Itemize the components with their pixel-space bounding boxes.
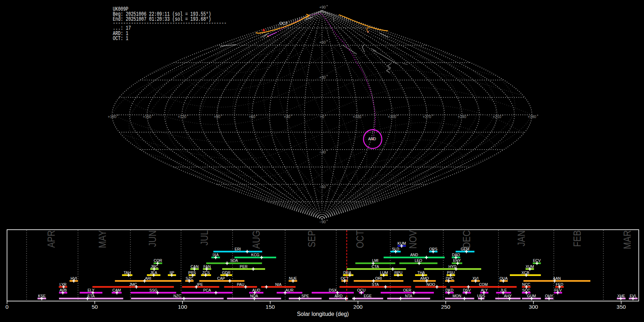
svg-text:CAP: CAP — [217, 276, 225, 280]
svg-text:SSG: SSG — [150, 288, 157, 292]
svg-text:JUL: JUL — [198, 230, 210, 245]
svg-text:ARD: ARD — [335, 294, 343, 298]
svg-text:EHY: EHY — [453, 258, 461, 263]
svg-text:XVI: XVI — [472, 276, 478, 280]
svg-text:+60: +60 — [319, 40, 326, 44]
svg-text:OCU: OCU — [357, 288, 366, 292]
svg-text:XHE: XHE — [617, 294, 625, 298]
svg-text:HYD: HYD — [448, 264, 457, 269]
svg-text:JUN: JUN — [146, 230, 158, 247]
svg-text:CAM: CAM — [112, 288, 121, 292]
svg-text:KCG: KCG — [251, 253, 259, 257]
svg-text:MAY: MAY — [96, 230, 108, 248]
svg-text:KSE: KSE — [38, 294, 45, 298]
svg-text:+60: +60 — [249, 114, 255, 119]
svg-text:NIA: NIA — [275, 282, 282, 287]
svg-text:OCT: OCT — [279, 21, 288, 25]
svg-text:DPC: DPC — [446, 276, 454, 280]
svg-text:SPE: SPE — [301, 294, 309, 298]
svg-text:+300: +300 — [388, 114, 396, 119]
svg-text:200: 200 — [353, 304, 363, 310]
svg-text:FED: FED — [556, 282, 564, 287]
svg-text:NCC: NCC — [522, 282, 530, 287]
svg-text:LEO: LEO — [415, 258, 422, 263]
svg-text:NTA: NTA — [405, 294, 413, 298]
svg-text:DSX: DSX — [329, 288, 337, 292]
svg-text:AMO: AMO — [420, 276, 429, 280]
svg-text:OCT: 1: OCT: 1 — [113, 35, 128, 42]
svg-text:+0: +0 — [320, 114, 324, 119]
svg-text:JLE: JLE — [500, 288, 507, 292]
svg-text:TAH: TAH — [123, 270, 131, 275]
svg-text:DEC: DEC — [460, 230, 472, 248]
svg-text:ARI: ARI — [145, 276, 151, 280]
svg-text:+240: +240 — [458, 114, 466, 119]
svg-text:RPU: RPU — [394, 270, 402, 275]
svg-text:LMI: LMI — [372, 258, 379, 263]
svg-text:DRA: DRA — [343, 270, 351, 275]
svg-text:JMC: JMC — [129, 282, 137, 287]
svg-text:THA: THA — [417, 270, 425, 275]
svg-text:+180: +180 — [528, 114, 536, 119]
svg-text:FAN: FAN — [203, 264, 211, 269]
svg-text:AUG: AUG — [250, 230, 262, 249]
svg-text:+30: +30 — [319, 75, 326, 79]
svg-text:COR: COR — [154, 258, 162, 263]
svg-text:OHY: OHY — [545, 294, 553, 298]
svg-text:QUA: QUA — [499, 276, 508, 280]
svg-text:ZCS: ZCS — [202, 270, 210, 275]
svg-text:DKD: DKD — [445, 288, 454, 292]
svg-text:KUM: KUM — [397, 241, 406, 245]
svg-text:+330: +330 — [353, 114, 361, 119]
svg-text:LYR: LYR — [59, 282, 67, 287]
svg-text:−60: −60 — [319, 185, 326, 189]
svg-text:ELY: ELY — [88, 288, 94, 292]
svg-text:ALY: ALY — [481, 288, 488, 292]
svg-text:SCC: SCC — [522, 288, 531, 292]
svg-text:250: 250 — [441, 304, 450, 310]
svg-text:350: 350 — [616, 304, 626, 310]
svg-text:ETA: ETA — [88, 294, 95, 298]
svg-text:OER: OER — [403, 288, 411, 292]
svg-text:ORI: ORI — [375, 276, 382, 280]
svg-text:STA: STA — [372, 282, 379, 287]
svg-text:PSU: PSU — [447, 270, 455, 275]
svg-text:JAN: JAN — [515, 230, 527, 247]
svg-text:IIP: IIP — [170, 270, 174, 275]
svg-text:NOV: NOV — [407, 230, 419, 249]
svg-text:0: 0 — [5, 304, 9, 310]
svg-text:+210: +210 — [493, 114, 501, 119]
svg-text:NOO: NOO — [426, 282, 435, 287]
svg-text:SLD: SLD — [392, 247, 399, 251]
svg-text:+90: +90 — [214, 114, 220, 119]
svg-text:FEV: FEV — [554, 288, 562, 292]
svg-text:OCT: OCT — [341, 276, 349, 280]
svg-text:FEB: FEB — [571, 230, 583, 247]
svg-text:NUE: NUE — [289, 276, 297, 280]
svg-text:ERI: ERI — [235, 247, 241, 251]
svg-text:NDA: NDA — [250, 294, 258, 298]
svg-text:ARD: ARD — [368, 137, 376, 141]
svg-text:150: 150 — [265, 304, 275, 310]
svg-text:GEM: GEM — [461, 247, 469, 251]
svg-text:PPS: PPS — [188, 270, 196, 275]
svg-text:+120: +120 — [178, 114, 186, 119]
svg-text:JEA: JEA — [150, 270, 157, 275]
svg-text:AHY: AHY — [504, 294, 512, 298]
svg-text:SDA: SDA — [230, 258, 238, 263]
svg-text:LUM: LUM — [380, 270, 388, 275]
svg-text:ECV: ECV — [533, 258, 541, 263]
svg-text:APR: APR — [45, 230, 57, 248]
svg-text:DSV: DSV — [463, 288, 471, 292]
svg-text:GUM: GUM — [527, 294, 536, 298]
svg-text:+30: +30 — [284, 114, 290, 119]
svg-text:URS: URS — [477, 294, 485, 298]
svg-text:300: 300 — [529, 304, 538, 310]
svg-text:−90: −90 — [319, 220, 326, 224]
svg-text:CTA: CTA — [372, 264, 379, 269]
svg-text:EGE: EGE — [364, 294, 372, 298]
svg-text:+150: +150 — [143, 114, 151, 119]
svg-text:MON: MON — [453, 294, 462, 298]
svg-text:AUR: AUR — [286, 288, 294, 292]
svg-text:+90: +90 — [319, 5, 326, 9]
